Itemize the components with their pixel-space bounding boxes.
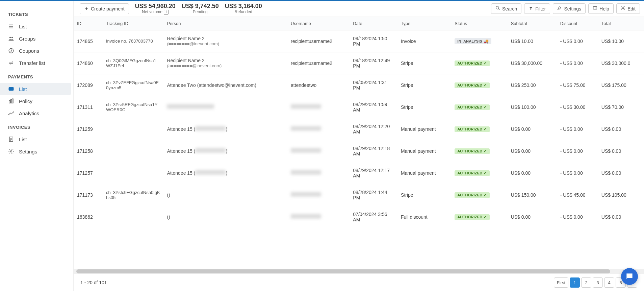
cell-status: IN_ANALYSIS🚚: [451, 30, 507, 52]
redacted-text: [291, 192, 321, 197]
scrollbar-thumb[interactable]: [76, 269, 610, 273]
sidebar-item-invoices-settings[interactable]: Settings: [0, 145, 73, 157]
policy-icon: [8, 98, 14, 104]
table-scroll[interactable]: ID Tracking ID Person Username Date Type…: [74, 17, 644, 269]
table-row[interactable]: 174860ch_3Q0GlMFGgzcufNsa1WZJ1EeLRecipie…: [74, 52, 644, 74]
table-row[interactable]: 171259Attendee 15 ()08/29/2024 12:20 AMM…: [74, 118, 644, 140]
sidebar-item-label: Policy: [19, 98, 32, 104]
pagination-page[interactable]: 3: [593, 277, 603, 288]
status-label: AUTHORIZED: [457, 149, 482, 153]
cell-date: 08/29/2024 1:59 AM: [350, 96, 397, 118]
cell-id: 171258: [74, 140, 103, 162]
person-email: (■■■■■■■■@inevent.com): [167, 41, 284, 46]
col-discount[interactable]: Discount: [557, 17, 598, 30]
sidebar-item-policy[interactable]: Policy: [0, 95, 73, 107]
cell-discount: - US$ 0.00: [557, 52, 598, 74]
sidebar-item-analytics[interactable]: Analytics: [0, 107, 73, 119]
cell-status: AUTHORIZED✓: [451, 52, 507, 74]
pagination-first[interactable]: First: [554, 277, 568, 288]
cell-username: recipientusername2: [287, 30, 350, 52]
card-icon: [8, 86, 14, 92]
help-button[interactable]: Help: [588, 3, 614, 14]
cell-total: US$ 105.00: [598, 184, 644, 206]
cell-subtotal: US$ 10.00: [508, 30, 557, 52]
status-badge: AUTHORIZED✓: [455, 148, 489, 154]
settings-button[interactable]: Settings: [553, 3, 586, 14]
cell-type: Manual payment: [397, 162, 451, 184]
topbar: ＋ Create payment US$ 54,960.20 Net volum…: [74, 1, 644, 17]
cell-tracking: Invoice no. 7637803778: [103, 30, 163, 52]
table-row[interactable]: 171173ch_3Psfc9FGgzcufNsa0IgKLs05()08/28…: [74, 184, 644, 206]
svg-rect-9: [11, 100, 12, 103]
col-person[interactable]: Person: [163, 17, 287, 30]
cell-type: Manual payment: [397, 118, 451, 140]
pagination-page[interactable]: 4: [604, 277, 614, 288]
search-button[interactable]: Search: [491, 3, 521, 14]
truck-icon: 🚚: [484, 39, 489, 44]
cell-discount: - US$ 45.00: [557, 184, 598, 206]
sidebar-section-title: TICKETS: [0, 6, 73, 20]
stat-refunded: US$ 3,164.00 Refunded: [225, 3, 262, 14]
col-type[interactable]: Type: [397, 17, 451, 30]
cell-subtotal: US$ 0.00: [508, 118, 557, 140]
wrench-icon: [557, 6, 562, 11]
chat-icon: [625, 272, 634, 281]
pagination-page[interactable]: 2: [581, 277, 591, 288]
cell-subtotal: US$ 250.00: [508, 74, 557, 96]
person-name: Attendee 15 (: [167, 148, 195, 154]
status-badge: AUTHORIZED✓: [455, 170, 489, 176]
sidebar-item-tickets-list[interactable]: List: [0, 20, 73, 32]
table-row[interactable]: 174865Invoice no. 7637803778Recipient Na…: [74, 30, 644, 52]
cell-date: 08/28/2024 1:44 PM: [350, 184, 397, 206]
stat-label: Pending: [193, 10, 208, 14]
table-row[interactable]: 171311ch_3Psr5RFGgzcufNsa1YWOER0C08/29/2…: [74, 96, 644, 118]
cell-status: AUTHORIZED✓: [451, 74, 507, 96]
table-row[interactable]: 171258Attendee 15 ()08/29/2024 12:18 AMM…: [74, 140, 644, 162]
topbar-actions: Search Filter Settings Help Edit: [491, 3, 640, 14]
sidebar-item-label: Groups: [19, 36, 35, 42]
sidebar-item-groups[interactable]: Groups: [0, 32, 73, 45]
table-row[interactable]: 171257Attendee 15 ()08/29/2024 12:17 AMM…: [74, 162, 644, 184]
edit-button[interactable]: Edit: [616, 3, 640, 14]
status-badge: AUTHORIZED✓: [455, 82, 489, 88]
col-subtotal[interactable]: Subtotal: [508, 17, 557, 30]
stat-value: US$ 3,164.00: [225, 3, 262, 10]
cell-date: 08/29/2024 12:20 AM: [350, 118, 397, 140]
cell-id: 171259: [74, 118, 103, 140]
check-icon: ✓: [484, 127, 487, 131]
redacted-text: [291, 148, 321, 153]
button-label: Edit: [627, 6, 636, 11]
info-icon[interactable]: i: [164, 10, 169, 15]
sidebar-item-coupons[interactable]: Coupons: [0, 45, 73, 57]
cell-total: US$ 0.00: [598, 162, 644, 184]
cell-total: US$ 70.00: [598, 96, 644, 118]
status-badge: AUTHORIZED✓: [455, 214, 489, 220]
status-badge: AUTHORIZED✓: [455, 192, 489, 198]
sidebar-item-invoices-list[interactable]: List: [0, 133, 73, 145]
sidebar-item-payments-list[interactable]: List: [0, 83, 71, 95]
gear-icon: [8, 148, 14, 154]
status-label: AUTHORIZED: [457, 215, 482, 219]
check-icon: ✓: [484, 61, 487, 66]
cell-person: Attendee 15 (): [163, 162, 287, 184]
col-id[interactable]: ID: [74, 17, 103, 30]
filter-button[interactable]: Filter: [524, 3, 550, 14]
col-date[interactable]: Date: [350, 17, 397, 30]
cell-username: attendeetwo: [287, 74, 350, 96]
horizontal-scrollbar[interactable]: [74, 269, 644, 274]
sidebar-item-transfer[interactable]: Transfer list: [0, 57, 73, 69]
cell-status: AUTHORIZED✓: [451, 162, 507, 184]
chat-launcher[interactable]: [621, 268, 638, 285]
col-status[interactable]: Status: [451, 17, 507, 30]
table-row[interactable]: 163862()07/04/2024 3:56 AMFull discountA…: [74, 206, 644, 228]
cell-type: Full discount: [397, 206, 451, 228]
table-row[interactable]: 172089ch_3PvZEFFGgzcufNsa0E0ynzm5Attende…: [74, 74, 644, 96]
col-tracking[interactable]: Tracking ID: [103, 17, 163, 30]
cell-username: [287, 162, 350, 184]
redacted-text: [167, 104, 214, 109]
create-payment-button[interactable]: ＋ Create payment: [80, 3, 129, 14]
pagination-page[interactable]: 1: [570, 277, 580, 288]
cell-date: 08/29/2024 12:17 AM: [350, 162, 397, 184]
col-username[interactable]: Username: [287, 17, 350, 30]
col-total[interactable]: Total: [598, 17, 644, 30]
